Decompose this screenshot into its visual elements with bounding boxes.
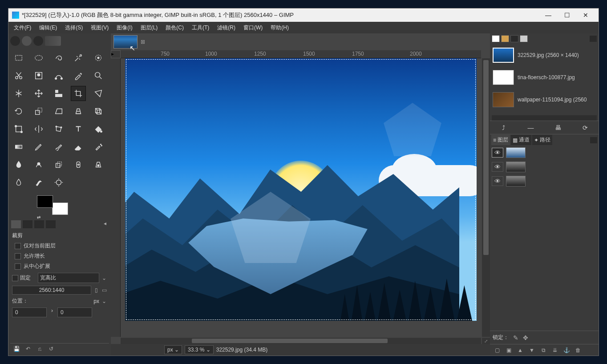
delete-image-icon[interactable]: 🖶 bbox=[552, 124, 564, 131]
menu-file[interactable]: 文件(F) bbox=[11, 23, 34, 32]
tool-eraser[interactable] bbox=[71, 139, 86, 154]
tool-bucket-fill[interactable] bbox=[91, 121, 106, 137]
unit-select[interactable]: px bbox=[93, 298, 99, 304]
merge-down-icon[interactable]: ⇊ bbox=[550, 347, 559, 353]
tool-perspective-clone[interactable] bbox=[91, 157, 106, 172]
bg-color[interactable] bbox=[52, 202, 68, 215]
tool-cage[interactable] bbox=[51, 121, 66, 137]
new-view-icon[interactable]: — bbox=[525, 124, 537, 131]
image-item-2[interactable]: tina-floersch-100877.jpg bbox=[490, 66, 599, 89]
layer-row-2[interactable]: 👁 bbox=[490, 160, 599, 174]
brush-circle-3[interactable] bbox=[33, 36, 43, 46]
tool-pencil[interactable] bbox=[31, 139, 46, 154]
images-tab-2[interactable] bbox=[501, 35, 509, 42]
image-item-1[interactable]: 322529.jpg (2560 × 1440) bbox=[490, 44, 599, 66]
swap-colors-icon[interactable]: ⇄ bbox=[37, 215, 43, 220]
images-hscroll[interactable] bbox=[492, 115, 597, 121]
menu-help[interactable]: 帮助(H) bbox=[268, 23, 291, 32]
tool-heal[interactable] bbox=[71, 157, 86, 172]
nav-corner-icon[interactable]: ⤢ bbox=[482, 338, 490, 344]
tool-flip[interactable] bbox=[31, 121, 46, 137]
link-icon[interactable]: › bbox=[51, 307, 53, 317]
tool-mypaint[interactable] bbox=[31, 157, 46, 172]
lock-paint-icon[interactable]: ✎ bbox=[513, 334, 518, 341]
eye-icon[interactable]: 👁 bbox=[492, 176, 503, 186]
brush-circle-2[interactable] bbox=[22, 36, 32, 46]
status-zoom-select[interactable]: 33.3 % ⌄ bbox=[185, 345, 214, 354]
tool-scissors[interactable] bbox=[11, 68, 26, 83]
menu-windows[interactable]: 窗口(W) bbox=[241, 23, 265, 32]
images-tab-4[interactable] bbox=[520, 35, 528, 42]
color-swatch[interactable]: ⇄ bbox=[37, 195, 68, 215]
menu-select[interactable]: 选择(S) bbox=[62, 23, 85, 32]
refresh-icon[interactable]: ⟳ bbox=[579, 124, 591, 131]
maximize-button[interactable]: ☐ bbox=[558, 9, 576, 21]
menu-edit[interactable]: 编辑(E) bbox=[36, 23, 60, 32]
chk-allow-growing[interactable]: 允许增长 bbox=[12, 252, 107, 260]
pos-x-input[interactable]: 0 bbox=[12, 307, 47, 317]
menu-layer[interactable]: 图层(L) bbox=[138, 23, 161, 32]
menu-filters[interactable]: 滤镜(R) bbox=[214, 23, 238, 32]
tool-rect-select[interactable] bbox=[11, 50, 26, 65]
options-tab-1[interactable] bbox=[11, 220, 21, 228]
reset-options-icon[interactable]: ↺ bbox=[47, 345, 56, 353]
ruler-vertical[interactable] bbox=[111, 58, 121, 337]
document-tab[interactable] bbox=[113, 35, 138, 49]
tool-text[interactable] bbox=[71, 121, 86, 137]
images-config-icon[interactable] bbox=[590, 36, 597, 42]
canvas-viewport[interactable] bbox=[121, 58, 481, 337]
tool-gradient[interactable] bbox=[11, 139, 26, 154]
menu-image[interactable]: 图像(I) bbox=[114, 23, 135, 32]
options-tab-2[interactable] bbox=[23, 220, 32, 228]
delete-options-icon[interactable]: ⎌ bbox=[35, 345, 44, 353]
pos-y-input[interactable]: 0 bbox=[57, 307, 92, 317]
tool-paths[interactable] bbox=[51, 68, 66, 83]
tool-fuzzy-select[interactable] bbox=[71, 50, 86, 65]
new-layer-icon[interactable]: ▢ bbox=[493, 347, 502, 353]
tab-layers[interactable]: ≡ 图层 bbox=[491, 135, 510, 145]
tool-measure[interactable] bbox=[11, 86, 26, 101]
tool-ink[interactable] bbox=[11, 157, 26, 172]
image-item-3[interactable]: wallpaper-1151094.jpg (2560 bbox=[490, 89, 599, 111]
images-tab-1[interactable] bbox=[492, 35, 500, 42]
ruler-horizontal[interactable]: 750 1000 1250 1500 1750 2000 bbox=[121, 50, 481, 58]
tool-paintbrush[interactable] bbox=[51, 139, 66, 154]
brush-circle-1[interactable] bbox=[10, 36, 20, 46]
tool-shear[interactable] bbox=[51, 104, 66, 119]
new-group-icon[interactable]: ▣ bbox=[504, 347, 513, 353]
save-options-icon[interactable]: 💾 bbox=[12, 345, 21, 353]
tool-align[interactable] bbox=[51, 86, 66, 101]
landscape-icon[interactable]: ▭ bbox=[101, 287, 107, 293]
layer-row-3[interactable]: 👁 bbox=[490, 174, 599, 188]
chk-fixed[interactable] bbox=[12, 275, 18, 281]
tool-foreground-select[interactable] bbox=[31, 68, 46, 83]
tool-free-select[interactable] bbox=[51, 50, 66, 65]
duplicate-layer-icon[interactable]: ⧉ bbox=[539, 347, 548, 353]
eye-icon[interactable]: 👁 bbox=[492, 148, 503, 158]
tool-color-picker[interactable] bbox=[71, 68, 86, 83]
layer-row-1[interactable]: 👁 bbox=[490, 146, 599, 160]
chk-expand-center[interactable]: 从中心扩展 bbox=[12, 263, 107, 270]
options-tab-4[interactable] bbox=[46, 220, 56, 228]
status-unit-select[interactable]: px ⌄ bbox=[164, 345, 182, 354]
tool-blur[interactable] bbox=[11, 175, 26, 190]
canvas-image[interactable] bbox=[125, 58, 477, 321]
tab-channels[interactable]: ▦ 通道 bbox=[511, 135, 531, 145]
tool-dodge[interactable] bbox=[51, 175, 66, 190]
lower-layer-icon[interactable]: ▼ bbox=[527, 347, 536, 353]
raise-image-icon[interactable]: ⤴ bbox=[498, 124, 510, 131]
ruler-corner[interactable]: ▸ bbox=[111, 50, 121, 58]
ratio-field[interactable]: 2560:1440 bbox=[12, 286, 91, 295]
menu-tools[interactable]: 工具(T) bbox=[189, 23, 212, 32]
options-config-icon[interactable]: ◂ bbox=[102, 220, 108, 229]
tool-perspective[interactable] bbox=[71, 104, 86, 119]
tool-ellipse-select[interactable] bbox=[31, 50, 46, 65]
raise-layer-icon[interactable]: ▲ bbox=[516, 347, 525, 353]
scrollbar-vertical[interactable] bbox=[482, 58, 490, 337]
tab-close-icon[interactable]: ⊠ bbox=[139, 38, 146, 45]
fixed-select[interactable]: 宽高比 bbox=[38, 273, 99, 283]
chk-current-layer[interactable]: 仅对当前图层 bbox=[12, 242, 107, 250]
anchor-layer-icon[interactable]: ⚓ bbox=[562, 347, 571, 353]
minimize-button[interactable]: — bbox=[539, 9, 558, 21]
tool-move[interactable] bbox=[31, 86, 46, 101]
